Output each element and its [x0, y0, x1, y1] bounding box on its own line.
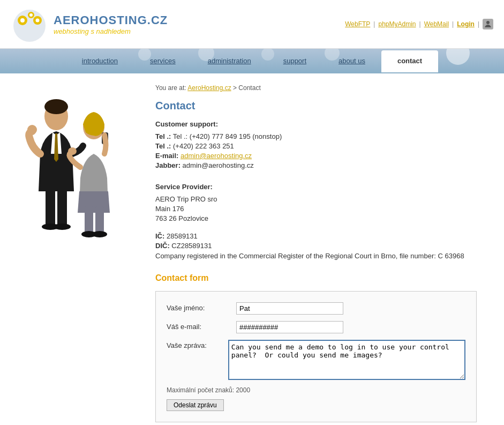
name-label: Vaše jméno: [167, 302, 236, 312]
page-title: Contact [155, 100, 488, 112]
customer-support-block: Customer support: Tel .: Tel .: (+420) 7… [155, 120, 488, 169]
breadcrumb: You are at: AeroHosting.cz > Contact [155, 84, 488, 92]
nav-items: introduction services administration sup… [66, 50, 438, 72]
message-row: Vaše zpráva: [167, 340, 465, 380]
svg-rect-17 [57, 189, 67, 226]
max-chars-hint: Maximální počet znaků: 2000 [167, 386, 465, 394]
person-icon [483, 19, 493, 29]
webftp-link[interactable]: WebFTP [345, 20, 370, 28]
email-link[interactable]: admin@aerohosting.cz [180, 152, 252, 160]
nav-item-services[interactable]: services [134, 50, 192, 72]
main-nav: introduction services administration sup… [0, 49, 504, 73]
service-provider-heading: Service Provider: [155, 183, 488, 191]
breadcrumb-home-link[interactable]: AeroHosting.cz [187, 84, 231, 92]
header: AEROHOSTING.CZ webhosting s nadhledem We… [0, 0, 504, 49]
name-row: Vaše jméno: [167, 302, 465, 315]
svg-point-6 [36, 19, 40, 23]
svg-point-7 [486, 21, 490, 24]
email-line: E-mail: admin@aerohosting.cz [155, 152, 488, 160]
svg-point-4 [20, 18, 25, 23]
left-image-area [16, 84, 139, 422]
logo-text: AEROHOSTING.CZ webhosting s nadhledem [54, 13, 168, 35]
nav-item-support[interactable]: support [267, 50, 322, 72]
customer-support-heading: Customer support: [155, 120, 488, 128]
svg-point-5 [29, 13, 33, 17]
svg-point-15 [27, 125, 37, 135]
registration: Company registered in the Commercial Reg… [155, 252, 488, 260]
message-label: Vaše zpráva: [167, 340, 228, 349]
address1: Main 176 [155, 205, 488, 213]
svg-point-14 [44, 99, 68, 114]
logo-area: AEROHOSTING.CZ webhosting s nadhledem [11, 5, 168, 43]
message-textarea[interactable] [228, 340, 465, 380]
svg-rect-16 [46, 189, 55, 226]
breadcrumb-separator: > [233, 84, 237, 92]
email-field-label: Váš e-mail: [167, 321, 236, 331]
svg-point-26 [92, 231, 107, 237]
svg-point-12 [446, 49, 470, 65]
contact-form-container: Vaše jméno: Váš e-mail: Vaše zpráva: Max… [155, 291, 477, 422]
name-input[interactable] [236, 302, 343, 315]
nav-item-about-us[interactable]: about us [322, 50, 381, 72]
nav-item-administration[interactable]: administration [192, 50, 267, 72]
main-content: You are at: AeroHosting.cz > Contact Con… [150, 84, 488, 422]
service-provider-block: Service Provider: AERO Trip PRO sro Main… [155, 183, 488, 260]
content-area: You are at: AeroHosting.cz > Contact Con… [0, 73, 504, 425]
email-input[interactable] [236, 321, 343, 333]
logo-icon [11, 5, 48, 43]
webmail-link[interactable]: WebMail [424, 20, 449, 28]
phpmyadmin-link[interactable]: phpMyAdmin [378, 20, 416, 28]
nav-item-introduction[interactable]: introduction [66, 50, 134, 72]
people-illustration [16, 84, 123, 240]
nav-item-contact[interactable]: contact [381, 50, 438, 72]
tel1-line: Tel .: Tel .: (+420) 777 849 195 (nonsto… [155, 132, 488, 140]
tel2-line: Tel .: (+420) 222 363 251 [155, 142, 488, 150]
svg-rect-23 [85, 206, 93, 233]
svg-rect-24 [95, 206, 104, 233]
top-links: WebFTP | phpMyAdmin | WebMail | Login | [345, 19, 493, 29]
dic: DIČ: CZ28589131 [155, 242, 488, 250]
jabber-line: Jabber: admin@aerohosting.cz [155, 161, 488, 169]
breadcrumb-prefix: You are at: [155, 84, 187, 92]
brand-name: AEROHOSTING.CZ [54, 13, 168, 27]
svg-point-19 [54, 223, 71, 230]
submit-button[interactable]: Odeslat zprávu [167, 399, 224, 411]
email-row: Váš e-mail: [167, 321, 465, 333]
brand-tagline: webhosting s nadhledem [54, 27, 168, 35]
svg-point-22 [68, 147, 77, 155]
company-name: AERO Trip PRO sro [155, 195, 488, 203]
login-link[interactable]: Login [457, 20, 475, 28]
address2: 763 26 Pozlovice [155, 214, 488, 222]
ic: IČ: 28589131 [155, 232, 488, 240]
breadcrumb-current: Contact [238, 84, 260, 92]
form-title: Contact form [155, 273, 488, 283]
